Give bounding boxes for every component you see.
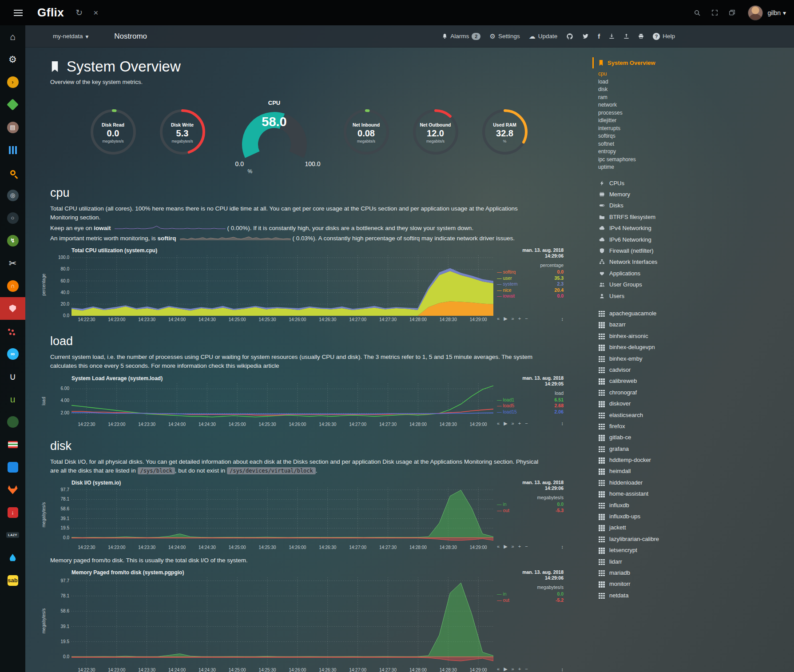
play-icon[interactable]: ▶ (504, 421, 507, 426)
gauge-net-inbound[interactable]: Net Inbound0.08megabits/s (337, 107, 396, 159)
menu-app-mariadb[interactable]: mariadb (598, 567, 794, 578)
menu-app-bazarr[interactable]: bazarr (598, 319, 794, 330)
search-icon[interactable] (694, 9, 701, 16)
sidebar-app-download-app[interactable]: ↓ (0, 501, 25, 524)
menu-app-jackett[interactable]: jackett (598, 522, 794, 533)
menu-app-chronograf[interactable]: chronograf (598, 387, 794, 398)
menu-app-hddtemp-docker[interactable]: hddtemp-docker (598, 454, 794, 465)
legend-entry-out[interactable]: out-5.3 (497, 508, 564, 514)
sidebar-app-search-app[interactable] (0, 161, 25, 184)
chart-canvas[interactable] (71, 255, 493, 316)
sidebar-app-lazylibrarian[interactable]: LAZY (0, 524, 25, 546)
gauge-cpu[interactable]: CPU58.00.0100.0% (222, 91, 327, 174)
menu-app-influxdb-ups[interactable]: influxdb-ups (598, 511, 794, 522)
menu-softirqs[interactable]: softirqs (598, 132, 794, 140)
menu-app-apacheguacamole[interactable]: apacheguacamole (598, 308, 794, 319)
menu-applications[interactable]: Applications (598, 268, 794, 279)
pan-back-icon[interactable]: « (497, 316, 500, 322)
gauge-used-ram[interactable]: Used RAM32.8% (475, 107, 535, 159)
sidebar-app-tools-app[interactable]: ✂ (0, 252, 25, 274)
user-avatar[interactable] (748, 5, 763, 20)
legend-entry-softirq[interactable]: softirq0.0 (497, 269, 564, 275)
menu-app-influxdb[interactable]: influxdb (598, 499, 794, 510)
sidebar-app-duplicati[interactable]: ∞ (0, 342, 25, 365)
refresh-icon[interactable]: ↻ (75, 8, 83, 18)
chart-canvas[interactable] (71, 577, 493, 666)
menu-user-groups[interactable]: User Groups (598, 279, 794, 290)
menu-processes[interactable]: processes (598, 109, 794, 117)
export-button[interactable] (623, 33, 629, 39)
gauge-disk-write[interactable]: Disk Write5.3megabytes/s (153, 107, 212, 159)
zoom-in-icon[interactable]: + (518, 421, 521, 426)
legend-entry-in[interactable]: in0.0 (497, 591, 564, 597)
zoom-out-icon[interactable]: − (525, 544, 528, 549)
pan-back-icon[interactable]: « (497, 666, 500, 672)
play-icon[interactable]: ▶ (504, 316, 507, 322)
settings-button[interactable]: ⚙ Settings (489, 33, 520, 40)
menu-firewall-netfilter[interactable]: Firewall (netfilter) (598, 245, 794, 256)
github-link[interactable] (566, 33, 573, 40)
menu-app-binhex-emby[interactable]: binhex-emby (598, 353, 794, 364)
menu-system-overview[interactable]: System Overview (592, 57, 794, 68)
menu-entropy[interactable]: entropy (598, 148, 794, 156)
menu-app-lazylibrarian-calibre[interactable]: lazylibrarian-calibre (598, 533, 794, 545)
legend-entry-load5[interactable]: load52.68 (497, 403, 564, 409)
pan-forward-icon[interactable]: » (512, 316, 514, 322)
print-button[interactable] (638, 33, 644, 39)
menu-app-heimdall[interactable]: heimdall (598, 465, 794, 477)
sidebar-app-ring-app[interactable]: ○ (0, 207, 25, 229)
menu-uptime[interactable]: uptime (598, 163, 794, 171)
menu-app-hiddenloader[interactable]: hiddenloader (598, 477, 794, 488)
import-button[interactable] (609, 33, 615, 39)
sidebar-app-ubooquity[interactable]: u (0, 388, 25, 410)
sidebar-app-bolt-app[interactable]: ↯ (0, 229, 25, 252)
sidebar-app-utorrent[interactable]: ∪ (0, 365, 25, 388)
sidebar-app-netdata[interactable] (0, 297, 25, 320)
sidebar-app-darkgreen-app[interactable] (0, 410, 25, 433)
menu-app-firefox[interactable]: firefox (598, 421, 794, 432)
zoom-in-icon[interactable]: + (518, 544, 521, 549)
menu-app-netdata[interactable]: netdata (598, 590, 794, 601)
menu-disks[interactable]: Disks (598, 200, 794, 211)
legend-entry-nice[interactable]: nice20.4 (497, 287, 564, 294)
zoom-in-icon[interactable]: + (518, 316, 521, 322)
zoom-out-icon[interactable]: − (525, 316, 528, 322)
menu-memory[interactable]: Memory (598, 189, 794, 200)
menu-app-binhex-delugevpn[interactable]: binhex-delugevpn (598, 342, 794, 353)
menu-users[interactable]: Users (598, 290, 794, 301)
chart-canvas[interactable] (71, 488, 493, 544)
hamburger-menu-icon[interactable] (13, 9, 23, 16)
legend-entry-system[interactable]: system2.3 (497, 281, 564, 287)
menu-app-lidarr[interactable]: lidarr (598, 556, 794, 567)
pan-forward-icon[interactable]: » (512, 666, 514, 672)
pan-back-icon[interactable]: « (497, 421, 500, 426)
menu-ipv4-networking[interactable]: IPv4 Networking (598, 223, 794, 234)
sidebar-app-ombi[interactable]: ◎ (0, 184, 25, 207)
menu-app-letsencrypt[interactable]: letsencrypt (598, 545, 794, 556)
sidebar-app-plex[interactable]: › (0, 71, 25, 93)
fullscreen-icon[interactable] (711, 9, 718, 16)
alarms-button[interactable]: Alarms 2 (442, 33, 480, 40)
menu-app-elasticsearch[interactable]: elasticsearch (598, 409, 794, 420)
menu-network[interactable]: network (598, 101, 794, 109)
update-button[interactable]: ☁ Update (529, 33, 558, 40)
legend-entry-in[interactable]: in0.0 (497, 501, 564, 508)
legend-entry-load1[interactable]: load16.51 (497, 397, 564, 403)
sidebar-app-drop-app[interactable] (0, 546, 25, 569)
pan-forward-icon[interactable]: » (512, 421, 514, 426)
pan-forward-icon[interactable]: » (512, 544, 514, 549)
menu-softnet[interactable]: softnet (598, 140, 794, 148)
zoom-out-icon[interactable]: − (525, 421, 528, 426)
user-menu[interactable]: gilbn ▾ (767, 9, 786, 16)
sidebar-app-window-app[interactable] (0, 456, 25, 478)
menu-btrfs-filesystem[interactable]: BTRFS filesystem (598, 211, 794, 223)
twitter-link[interactable] (582, 33, 589, 40)
hostname[interactable]: Nostromo (114, 32, 147, 41)
menu-app-diskover[interactable]: diskover (598, 398, 794, 409)
close-tab-icon[interactable]: × (93, 8, 98, 18)
sidebar-app-orange-app[interactable]: ∩ (0, 274, 25, 297)
menu-app-binhex-airsonic[interactable]: binhex-airsonic (598, 330, 794, 342)
menu-load[interactable]: load (598, 78, 794, 86)
play-icon[interactable]: ▶ (504, 666, 507, 672)
sidebar-app-gitlab[interactable] (0, 478, 25, 501)
